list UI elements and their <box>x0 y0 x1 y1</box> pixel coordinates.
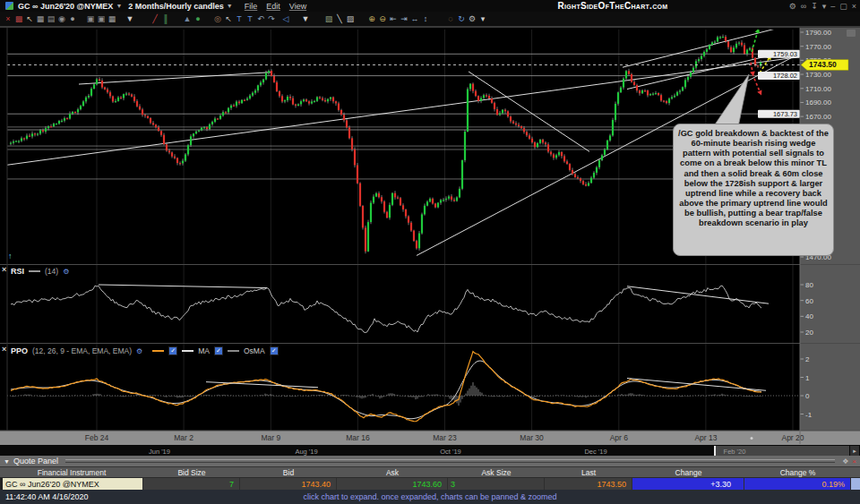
quote-panel-header: ▼ Quote Panel ❖ × <box>0 456 860 466</box>
ma-line-sample <box>182 350 194 352</box>
rsi-wrench-icon[interactable]: ⚙ <box>63 268 69 276</box>
symbol-caret-icon[interactable]: ▼ <box>116 3 122 9</box>
remove-drawing-icon[interactable]: × <box>3 13 13 25</box>
chart-style-dropdown-icon[interactable]: ▾ <box>477 13 488 25</box>
quote-ask: 1743.60 <box>337 478 448 490</box>
ppo-header: PPO (12, 26, 9 - EMA, EMA, EMA) ⚙ ✓ MA ✓… <box>11 346 279 355</box>
title-bar: GC ∞ Jun26'20 @NYMEX ▼ 2 Months/Hourly c… <box>0 0 860 12</box>
candles-tool-icon[interactable]: ║ <box>160 13 171 25</box>
layout-grid-icon[interactable]: ▦ <box>107 13 117 25</box>
trading-chart-window: GC ∞ Jun26'20 @NYMEX ▼ 2 Months/Hourly c… <box>0 0 860 504</box>
minimize-icon[interactable]: – <box>830 2 835 11</box>
triangle-tool-icon[interactable]: ▲ <box>182 13 193 25</box>
ppo-pane[interactable] <box>7 344 800 431</box>
rsi-line-sample <box>29 270 40 272</box>
text-tool-icon[interactable]: T <box>234 13 245 25</box>
quote-scrollbar[interactable] <box>851 478 860 490</box>
rsi-pane[interactable] <box>7 265 800 344</box>
pan-right-icon[interactable]: ⇥ <box>399 13 409 25</box>
timeframe-button[interactable]: 2 Months/Hourly candles <box>128 2 224 11</box>
trendline-tool-icon[interactable]: ╱ <box>150 13 160 25</box>
status-timestamp: 11:42:40 AM 4/16/2020 <box>5 492 88 501</box>
zoom-in-icon[interactable]: ⊕ <box>366 13 377 25</box>
rsi-close-button[interactable]: × <box>2 266 6 273</box>
image2-tool-icon[interactable]: ▣ <box>96 13 107 25</box>
restore-icon[interactable]: ▢ <box>839 2 847 11</box>
timeline-scrollbar[interactable] <box>0 445 850 456</box>
line-style-icon[interactable]: ╲ <box>334 13 345 25</box>
hatch-style-icon[interactable]: ▨ <box>345 13 356 25</box>
window-controls: ⚙∞↧▾–▢× <box>789 0 856 12</box>
pin-icon[interactable]: ↧ <box>811 2 818 11</box>
timeframe-caret-icon[interactable]: ▼ <box>227 3 233 9</box>
cursor-tool-icon[interactable]: ↖ <box>24 13 35 25</box>
rsi-title: RSI <box>11 267 24 276</box>
ppo-close-button[interactable]: × <box>2 346 6 353</box>
ma-checkbox[interactable]: ✓ <box>214 346 223 355</box>
ppo-param: (12, 26, 9 - EMA, EMA, EMA) <box>32 346 132 355</box>
stamp-tool-icon[interactable]: ▤ <box>46 13 56 25</box>
zoom-out-icon[interactable]: ⊖ <box>377 13 388 25</box>
image-tool-icon[interactable]: ▣ <box>85 13 96 25</box>
ppo-wrench-icon[interactable]: ⚙ <box>136 347 142 355</box>
site-logo: RightSideOfTheChart.com <box>558 1 668 11</box>
quote-close-icon[interactable]: × <box>852 457 856 466</box>
selection-box-icon[interactable]: ▩ <box>13 13 24 25</box>
quote-instrument[interactable]: GC ∞ Jun26'20 @NYMEX <box>0 478 143 490</box>
ellipse-tool-icon[interactable]: ● <box>67 13 78 25</box>
menu-edit[interactable]: Edit <box>266 2 280 11</box>
osma-checkbox[interactable]: ✓ <box>270 346 279 355</box>
menu-file[interactable]: File <box>245 2 258 11</box>
menu-view[interactable]: View <box>289 2 306 11</box>
ma-label: MA <box>198 346 210 355</box>
quote-row[interactable]: GC ∞ Jun26'20 @NYMEX 7 1743.40 1743.60 3… <box>0 477 860 491</box>
symbol-button[interactable]: GC ∞ Jun26'20 @NYMEX <box>18 2 113 11</box>
pin-caret-icon[interactable]: ▾ <box>822 2 827 11</box>
back-arrow-icon[interactable]: ◁ <box>280 13 291 25</box>
globe-icon[interactable]: ◌ <box>445 13 456 25</box>
undo-icon[interactable]: ↶ <box>255 13 266 25</box>
osma-label: OsMA <box>244 346 265 355</box>
annotation-callout: /GC gold breakdown & backtest of the 60-… <box>673 124 834 256</box>
osma-line-sample <box>228 350 239 352</box>
timeline-arrow-button[interactable]: ▸ <box>850 446 859 456</box>
fit-width-icon[interactable]: ↔ <box>409 13 420 25</box>
quote-change: +3.30 <box>632 478 744 490</box>
camera-tool-icon[interactable]: ◉ <box>56 13 67 25</box>
target-tool-icon[interactable]: ◎ <box>212 13 223 25</box>
toolbar: ×▩↖▦▤◉●▣▣▦▼╱║▲●◎↖TT↶↷◁▼▧╲▨⊕⊖⇤⇥↔↕◌↻⚙▾ <box>0 12 860 27</box>
quote-bid: 1743.40 <box>240 478 337 490</box>
quote-last: 1743.50 <box>545 478 632 490</box>
status-hint: click chart to expand. once expanded, ch… <box>303 492 556 501</box>
link-icon[interactable]: ∞ <box>801 2 806 11</box>
ppo-checkbox[interactable]: ✓ <box>168 346 177 355</box>
quote-change-pct: 0.19% <box>744 478 851 490</box>
quote-drag-handle-icon[interactable]: ❖ <box>842 457 848 466</box>
quote-bid-size: 7 <box>143 478 240 490</box>
divider <box>65 459 835 463</box>
gear-icon[interactable]: ⚙ <box>789 2 796 11</box>
pointer2-tool-icon[interactable]: ↖ <box>223 13 234 25</box>
quote-panel-title: Quote Panel <box>13 457 58 466</box>
time-axis[interactable] <box>0 431 860 445</box>
ppo-title: PPO <box>11 346 28 355</box>
note-tool-icon[interactable]: T <box>245 13 255 25</box>
ppo-line-sample <box>152 350 164 352</box>
status-bar: 11:42:40 AM 4/16/2020 click chart to exp… <box>0 490 860 504</box>
quote-panel-collapse-icon[interactable]: ▼ <box>4 458 10 465</box>
sphere-tool-icon[interactable]: ● <box>193 13 203 25</box>
pan-left-icon[interactable]: ⇤ <box>388 13 399 25</box>
grid-tool-icon[interactable]: ▦ <box>35 13 46 25</box>
quote-ask-size: 3 <box>448 478 545 490</box>
app-icon <box>5 2 13 10</box>
refresh-icon[interactable]: ↻ <box>456 13 467 25</box>
rsi-header: RSI (14) ⚙ <box>11 267 69 276</box>
fit-height-icon[interactable]: ↕ <box>420 13 431 25</box>
drawings-dropdown-icon[interactable]: ▼ <box>300 13 311 25</box>
settings-wrench-icon[interactable]: ⚙ <box>467 13 477 25</box>
close-icon[interactable]: × <box>852 2 856 11</box>
redo-icon[interactable]: ↷ <box>266 13 277 25</box>
flag-tool-icon[interactable]: ▧ <box>323 13 334 25</box>
tools-dropdown-icon[interactable]: ▼ <box>125 13 135 25</box>
rsi-param: (14) <box>45 267 58 276</box>
